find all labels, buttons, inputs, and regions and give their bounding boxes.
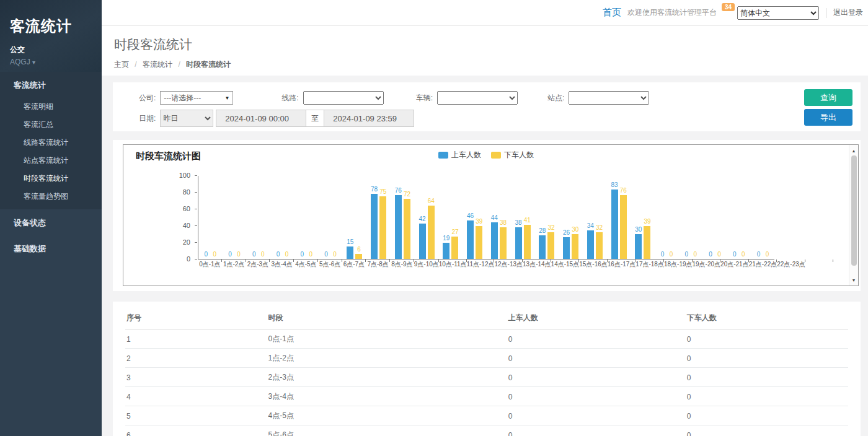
bar-value-label: 26 <box>563 230 570 236</box>
bar-column: 39 <box>644 176 650 259</box>
bar-column: 38 <box>515 176 522 259</box>
bar[interactable] <box>451 237 458 259</box>
bar-column: 32 <box>547 176 554 259</box>
bar[interactable] <box>347 246 353 259</box>
y-axis-tick-mark <box>195 209 197 209</box>
legend-label-alighting: 下车人数 <box>504 150 534 160</box>
bar[interactable] <box>428 206 435 259</box>
date-preset-select[interactable]: 昨日 <box>160 110 213 127</box>
breadcrumb-current: 时段客流统计 <box>186 60 231 69</box>
x-axis-label: 13点-14点 <box>523 261 551 268</box>
bar-column: 42 <box>419 176 426 259</box>
table-cell: 2点-3点 <box>267 368 507 387</box>
logout-link[interactable]: 退出登录 <box>833 7 863 18</box>
bar[interactable] <box>644 226 650 259</box>
bar[interactable] <box>395 195 402 259</box>
sidebar-item-客流明细[interactable]: 客流明细 <box>0 98 102 116</box>
bar[interactable] <box>547 232 554 259</box>
bar[interactable] <box>572 234 578 259</box>
home-link[interactable]: 首页 <box>603 7 621 19</box>
bar-column: 0 <box>236 176 242 259</box>
breadcrumb-home[interactable]: 主页 <box>114 60 129 69</box>
bar[interactable] <box>620 195 627 259</box>
bar[interactable] <box>635 234 642 259</box>
app-title: 客流统计 <box>10 16 102 36</box>
bar-value-label: 0 <box>670 251 673 258</box>
bar[interactable] <box>587 230 594 259</box>
page-title: 时段客流统计 <box>114 36 868 53</box>
x-axis-label: 22点-23点 <box>777 261 805 268</box>
bar-column: 0 <box>275 176 281 259</box>
search-button[interactable]: 查询 <box>804 89 852 106</box>
x-axis-label: 20点-21点 <box>720 261 749 268</box>
scroll-up-icon[interactable]: ▲ <box>849 146 858 155</box>
bar-column: 0 <box>323 176 330 259</box>
bar-group: 4639 <box>463 176 487 259</box>
bar-group: 00 <box>751 176 775 259</box>
bar[interactable] <box>404 199 410 259</box>
chart-scrollbar[interactable]: ▲ ▼ <box>849 145 858 286</box>
bar[interactable] <box>563 237 570 259</box>
legend-item-alighting[interactable]: 下车人数 <box>491 150 534 160</box>
scroll-down-icon[interactable]: ▼ <box>849 276 858 284</box>
sidebar-item-客流统计[interactable]: 客流统计 <box>0 72 102 98</box>
sidebar-item-客流量趋势图[interactable]: 客流量趋势图 <box>0 188 102 209</box>
bar-value-label: 72 <box>404 191 410 198</box>
x-axis-label: 16点-17点 <box>608 261 636 268</box>
bar[interactable] <box>524 225 531 259</box>
bar[interactable] <box>596 232 603 259</box>
sidebar-section: 基础数据 <box>0 235 102 261</box>
date-end-input[interactable]: 2024-01-09 23:59 <box>324 110 414 127</box>
table-cell: 1 <box>125 329 267 349</box>
bar-column: 0 <box>716 176 723 259</box>
bar[interactable] <box>476 226 482 259</box>
bar-column: 15 <box>347 176 353 259</box>
sidebar: 客流统计 公交 AQGJ ▾ 客流统计客流明细客流汇总线路客流统计站点客流统计时… <box>0 0 102 436</box>
bar-column: 0 <box>659 176 666 259</box>
bar-column: 0 <box>755 176 762 259</box>
bar[interactable] <box>371 194 378 259</box>
bar-value-label: 0 <box>285 251 289 258</box>
bar[interactable] <box>539 235 546 259</box>
bar-column: 64 <box>428 176 435 259</box>
bar-column: 44 <box>491 176 498 259</box>
bar-value-label: 44 <box>491 215 498 221</box>
date-start-input[interactable]: 2024-01-09 00:00 <box>216 110 306 127</box>
vehicle-select[interactable] <box>437 91 518 105</box>
sidebar-item-线路客流统计[interactable]: 线路客流统计 <box>0 134 102 152</box>
sidebar-item-基础数据[interactable]: 基础数据 <box>0 235 102 261</box>
bar[interactable] <box>355 254 362 259</box>
station-select[interactable] <box>569 91 649 105</box>
sidebar-item-客流汇总[interactable]: 客流汇总 <box>0 116 102 134</box>
table-header-cell: 序号 <box>125 308 267 329</box>
line-select[interactable] <box>303 91 384 105</box>
bar[interactable] <box>467 220 474 259</box>
bar[interactable] <box>611 190 618 259</box>
legend-swatch-boarding <box>438 152 448 159</box>
bar[interactable] <box>379 196 386 259</box>
bar[interactable] <box>419 224 426 259</box>
table-cell: 3 <box>125 368 267 387</box>
scrollbar-thumb[interactable] <box>851 155 857 266</box>
table-cell: 5 <box>125 406 267 425</box>
breadcrumb-section[interactable]: 客流统计 <box>143 60 172 69</box>
bar[interactable] <box>500 227 507 259</box>
bar-group: 8376 <box>607 176 631 259</box>
legend-item-boarding[interactable]: 上车人数 <box>438 150 481 160</box>
sidebar-item-站点客流统计[interactable]: 站点客流统计 <box>0 152 102 170</box>
language-select[interactable]: 简体中文 <box>737 6 819 20</box>
sidebar-item-设备状态[interactable]: 设备状态 <box>0 209 102 235</box>
sidebar-item-时段客流统计[interactable]: 时段客流统计 <box>0 170 102 188</box>
y-axis-tick-mark <box>195 259 197 259</box>
table-cell: 0 <box>507 406 686 425</box>
bar[interactable] <box>443 243 450 259</box>
export-button[interactable]: 导出 <box>804 109 852 126</box>
user-menu[interactable]: AQGJ ▾ <box>10 58 102 66</box>
bar[interactable] <box>491 222 498 259</box>
x-axis-label: 10点-11点 <box>439 261 467 268</box>
chart-container: 时段车流统计图 上车人数 下车人数 020406080100 000000000… <box>123 144 859 286</box>
station-label: 站点: <box>547 93 564 103</box>
table-body: 10点-1点0021点-2点0032点-3点0043点-4点0054点-5点00… <box>125 329 848 436</box>
company-select[interactable]: ---请选择--- ▼ <box>160 91 233 105</box>
bar[interactable] <box>515 227 522 259</box>
